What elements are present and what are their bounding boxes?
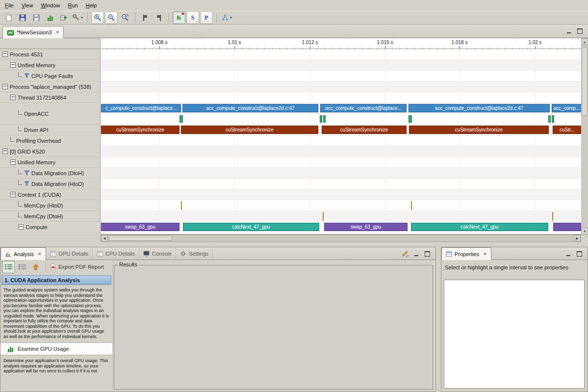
menu-window[interactable]: Window — [37, 1, 64, 10]
tree-row-openacc[interactable]: OpenACC — [0, 103, 100, 125]
tab-gpu-details[interactable]: GPU Details — [46, 247, 93, 260]
interval-swap-63-gpu[interactable]: swap_63_gpu — [324, 223, 408, 231]
tree-row-profiling-overhead[interactable]: Profiling Overhead — [0, 135, 100, 146]
horizontal-scrollbar-thumb[interactable] — [108, 235, 172, 241]
interval-mark[interactable] — [409, 115, 412, 123]
close-icon[interactable]: ✕ — [38, 252, 42, 257]
collapse-toggle-icon[interactable] — [10, 159, 16, 165]
interval-mark[interactable] — [548, 115, 551, 123]
save-session-button[interactable] — [16, 11, 29, 24]
collapse-toggle-icon[interactable] — [2, 52, 8, 57]
examine-gpu-usage-button[interactable]: Examine GPU Usage — [0, 342, 112, 355]
interval-custreamsynchronize[interactable]: cuStreamSynchronize — [101, 126, 179, 134]
interval-mark[interactable] — [323, 212, 324, 221]
menu-view[interactable]: View — [18, 1, 37, 10]
vertical-scrollbar-thumb[interactable] — [582, 47, 588, 116]
unguided-analysis-toggle[interactable] — [16, 261, 28, 273]
collapse-toggle-icon[interactable] — [10, 192, 16, 197]
interval-custr[interactable]: cuStr... — [553, 126, 581, 134]
tree-row-memcpy-htod[interactable]: MemCpy (HtoD) — [0, 200, 100, 211]
tree-row-data-migration-dtoh[interactable]: Data Migration (DtoH) — [0, 168, 100, 179]
interval-calcnext-47-gpu[interactable]: calcNext_47_gpu — [411, 223, 548, 231]
horizontal-scrollbar[interactable]: ◀ ▶ — [101, 235, 581, 242]
close-icon[interactable]: ✕ — [483, 252, 487, 257]
minimize-icon[interactable] — [564, 250, 573, 258]
collapse-toggle-icon[interactable] — [18, 224, 24, 230]
scroll-left-icon[interactable]: ◀ — [101, 235, 108, 241]
session-settings-button[interactable]: ▾ — [71, 11, 84, 24]
interval-acc-compute-construct-laplace[interactable]: acc_compute_construct@laplace... — [320, 104, 407, 112]
run-analysis-button[interactable]: ▾ — [220, 11, 233, 24]
maximize-icon[interactable] — [575, 250, 584, 258]
menu-run[interactable]: Run — [64, 1, 82, 10]
collapse-toggle-icon[interactable] — [2, 84, 8, 89]
scroll-right-icon[interactable]: ▶ — [574, 235, 581, 241]
up-level-button[interactable] — [29, 261, 42, 273]
minimize-icon[interactable] — [564, 27, 573, 35]
minimize-icon[interactable] — [412, 250, 421, 258]
zoom-out-button[interactable] — [105, 11, 118, 24]
export-pdf-button[interactable]: Export PDF Report — [50, 261, 106, 273]
scroll-up-icon[interactable]: ▲ — [581, 38, 588, 45]
interval-mark[interactable] — [181, 201, 182, 210]
tab-properties[interactable]: Properties ✕ — [441, 247, 491, 260]
tree-row-thread-3172140864[interactable]: Thread 3172140864 — [0, 92, 100, 103]
tree-row-unified-memory[interactable]: Unified Memory — [0, 157, 100, 168]
tab-settings[interactable]: Settings — [176, 247, 213, 260]
prev-marker-button[interactable] — [153, 11, 165, 24]
interval-mark[interactable] — [552, 115, 554, 123]
tab-session[interactable]: *NewSession3 ✕ — [2, 26, 64, 38]
interval-custreamsynchronize[interactable]: cuStreamSynchronize — [409, 126, 549, 134]
tree-row-unified-memory[interactable]: Unified Memory — [0, 60, 100, 71]
interval-swap-63-gpu[interactable]: swap_63_gpu — [101, 223, 179, 231]
interval-mark[interactable] — [411, 201, 412, 210]
interval-mark[interactable] — [179, 115, 183, 123]
interval-mark[interactable] — [320, 115, 322, 123]
save-all-button[interactable] — [30, 11, 43, 24]
tree-row-0-grid-k520[interactable]: [0] GRID K520 — [0, 146, 100, 157]
collapse-toggle-icon[interactable] — [2, 149, 8, 154]
tree-row-context-1-cuda[interactable]: Context 1 (CUDA) — [0, 189, 100, 200]
tab-console[interactable]: Console — [139, 247, 176, 260]
interval-acc-compute-construct-laplace2d-c-47[interactable]: acc_compute_construct@laplace2d.c:47 — [182, 104, 318, 112]
close-icon[interactable]: ✕ — [56, 30, 60, 35]
maximize-icon[interactable] — [575, 27, 584, 35]
interval-acc-comp[interactable]: acc_comp... — [552, 104, 581, 112]
zoom-in-button[interactable] — [91, 11, 104, 24]
maximize-icon[interactable] — [423, 250, 432, 258]
interval-bar[interactable] — [553, 223, 581, 231]
guided-analysis-toggle[interactable] — [2, 261, 15, 273]
timeline-ruler[interactable]: 1.008 s1.01 s1.012 s1.015 s1.018 s1.02 s — [101, 38, 581, 49]
process-timeline-toggle[interactable]: P — [200, 11, 213, 24]
collapse-toggle-icon[interactable] — [10, 62, 16, 68]
tree-row-data-migration-htod[interactable]: Data Migration (HtoD) — [0, 179, 100, 189]
menu-help[interactable]: Help — [82, 1, 101, 10]
view-menu-icon[interactable] — [401, 250, 410, 258]
interval-mark[interactable] — [323, 115, 326, 123]
tree-row-memcpy-dtoh[interactable]: MemCpy (DtoH) — [0, 211, 100, 222]
tree-row-process-4531[interactable]: Process 4531 — [0, 49, 100, 60]
zoom-fit-button[interactable] — [119, 11, 131, 24]
interval-custreamsynchronize[interactable]: cuStreamSynchronize — [181, 126, 318, 134]
tree-row-compute[interactable]: Compute — [0, 222, 100, 233]
stream-timeline-toggle[interactable]: S — [186, 11, 199, 24]
collapse-toggle-icon[interactable] — [10, 95, 16, 100]
interval-calcnext-47-gpu[interactable]: calcNext_47_gpu — [183, 223, 319, 231]
vertical-scrollbar[interactable]: ▲ ▼ — [581, 38, 588, 235]
tree-row-process-laplace-managed-538[interactable]: Process "laplace_managed" (538) — [0, 81, 100, 92]
interval-mark[interactable] — [552, 212, 553, 221]
kernel-timeline-toggle[interactable]: K — [173, 11, 185, 24]
tree-row-driver-api[interactable]: Driver API — [0, 125, 100, 135]
next-marker-button[interactable] — [139, 11, 152, 24]
interval-c-compute-construct-laplace[interactable]: c_compute_construct@laplace... — [101, 104, 181, 112]
interval-acc-compute-construct-laplace2d-c-47[interactable]: acc_compute_construct@laplace2d.c:47 — [409, 104, 550, 112]
export-button[interactable] — [57, 11, 70, 24]
interval-custreamsynchronize[interactable]: cuStreamSynchronize — [322, 126, 407, 134]
tab-cpu-details[interactable]: CPU Details — [93, 247, 139, 260]
new-session-button[interactable] — [2, 11, 15, 24]
profile-application-button[interactable] — [44, 11, 56, 24]
menu-file[interactable]: File — [1, 1, 18, 10]
scroll-down-icon[interactable]: ▼ — [581, 228, 588, 235]
tab-analysis[interactable]: Analysis✕ — [0, 247, 46, 260]
tree-row-cpu-page-faults[interactable]: CPU Page Faults — [0, 71, 100, 81]
